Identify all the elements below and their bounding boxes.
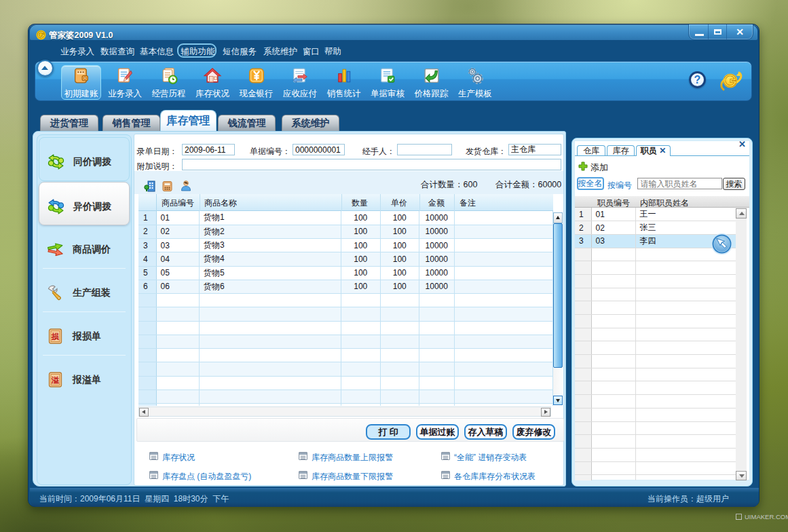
svg-text:溢: 溢: [51, 376, 60, 384]
svg-text:损: 损: [51, 332, 60, 341]
